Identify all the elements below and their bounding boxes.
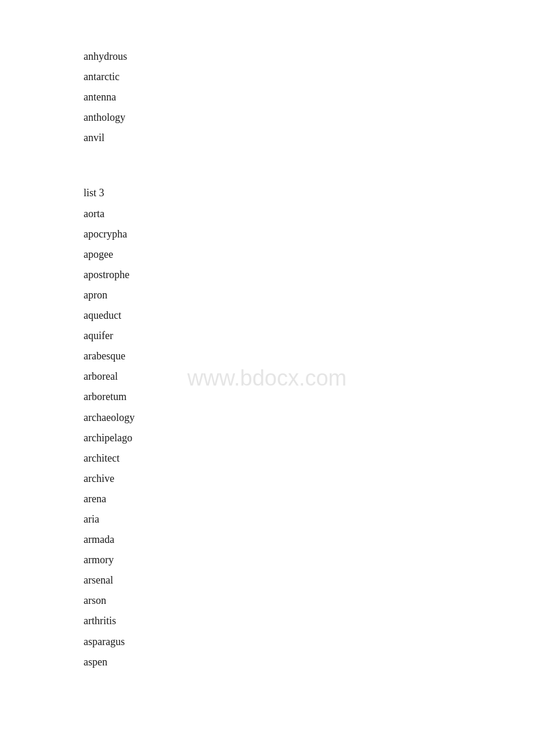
list-item: archipelago <box>84 428 534 448</box>
list-item: antarctic <box>84 67 534 87</box>
list-item: architect <box>84 448 534 469</box>
list-item: arena <box>84 489 534 509</box>
list-item: armada <box>84 530 534 550</box>
list-item: aquifer <box>84 326 534 346</box>
list-item: anhydrous <box>84 46 534 67</box>
list3-label: list 3 <box>84 183 534 203</box>
list-item: aria <box>84 509 534 530</box>
list-item: anthology <box>84 107 534 128</box>
list-item: arthritis <box>84 611 534 631</box>
list-item: arabesque <box>84 346 534 366</box>
list-item: arboretum <box>84 387 534 407</box>
list-item: apogee <box>84 244 534 265</box>
section-spacer <box>84 148 534 183</box>
list-item: antenna <box>84 87 534 107</box>
list2-section: anhydrous antarctic antenna anthology an… <box>84 46 534 148</box>
list3-section: list 3 aorta apocrypha apogee apostrophe… <box>84 183 534 672</box>
list-item: aspen <box>84 652 534 672</box>
list-item: arboreal <box>84 366 534 387</box>
list-item: apocrypha <box>84 224 534 244</box>
list-item: armory <box>84 550 534 570</box>
list-item: apostrophe <box>84 265 534 285</box>
list-item: arson <box>84 591 534 611</box>
list-item: archaeology <box>84 408 534 428</box>
list-item: archive <box>84 469 534 489</box>
list-item: anvil <box>84 128 534 148</box>
page-content: anhydrous antarctic antenna anthology an… <box>0 0 534 719</box>
list-item: aqueduct <box>84 305 534 326</box>
list-item: asparagus <box>84 632 534 652</box>
list-item: apron <box>84 285 534 305</box>
list-item: arsenal <box>84 570 534 591</box>
list-item: aorta <box>84 204 534 224</box>
